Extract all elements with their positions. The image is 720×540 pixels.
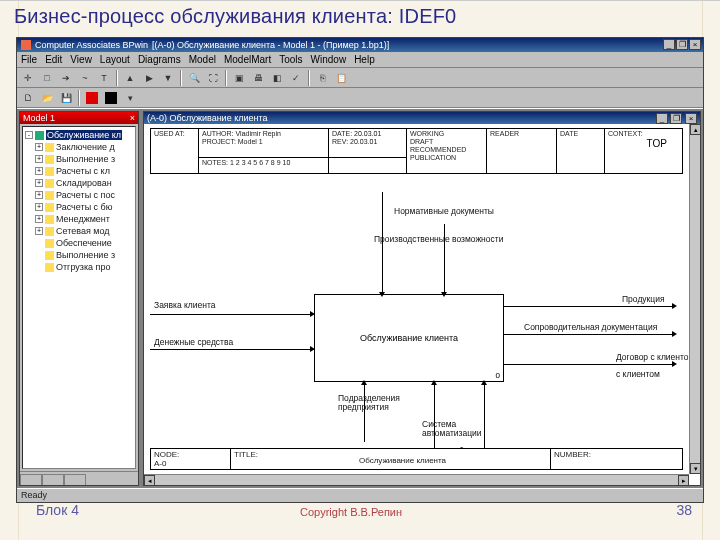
scrollbar-horizontal[interactable]: ◂ ▸	[144, 474, 689, 485]
book-icon	[35, 131, 44, 140]
arrowhead-down-icon	[441, 292, 447, 297]
tree-tab-3[interactable]	[64, 474, 86, 485]
statusbar: Ready	[17, 488, 703, 502]
expand-icon[interactable]: +	[35, 167, 43, 175]
nav-child[interactable]: ▼	[159, 69, 177, 86]
menu-tools[interactable]: Tools	[279, 54, 302, 65]
mdi-max-button[interactable]: ❐	[670, 113, 682, 124]
tree-item[interactable]: +Менеджмент	[25, 213, 133, 225]
nav-parent[interactable]: ▲	[121, 69, 139, 86]
minimize-button[interactable]: _	[663, 39, 675, 50]
collapse-icon[interactable]: -	[25, 131, 33, 139]
page-icon	[45, 251, 54, 260]
squiggle-tool[interactable]: ~	[76, 69, 94, 86]
arrow-line	[504, 334, 674, 335]
titlebar[interactable]: Computer Associates BPwin [(A-0) Обслужи…	[17, 38, 703, 52]
mech-label-1: Подразделения предприятия	[338, 394, 418, 412]
tree-item[interactable]: +Расчеты с пос	[25, 189, 133, 201]
output-label-1: Продукция	[622, 294, 665, 304]
paste-button[interactable]: 📋	[332, 69, 350, 86]
scroll-right-button[interactable]: ▸	[678, 475, 689, 486]
hdr-reader: READER	[487, 129, 557, 173]
save-button[interactable]: 💾	[57, 89, 75, 106]
zoom-fit[interactable]: ⛶	[204, 69, 222, 86]
pointer-tool[interactable]: ✛	[19, 69, 37, 86]
print-button[interactable]: 🖶	[249, 69, 267, 86]
menu-view[interactable]: View	[70, 54, 92, 65]
tree-item[interactable]: +Расчеты с кл	[25, 165, 133, 177]
menu-modelmart[interactable]: ModelMart	[224, 54, 271, 65]
tree-root[interactable]: - Обслуживание кл	[25, 129, 133, 141]
scroll-up-button[interactable]: ▴	[690, 124, 701, 135]
page-icon	[45, 155, 54, 164]
scroll-left-button[interactable]: ◂	[144, 475, 155, 486]
diagram-titlebar[interactable]: (A-0) Обслуживание клиента _ ❐ ×	[144, 112, 700, 124]
report-button[interactable]: ▣	[230, 69, 248, 86]
tree-item[interactable]: +Расчеты с бю	[25, 201, 133, 213]
menu-layout[interactable]: Layout	[100, 54, 130, 65]
expand-icon[interactable]: +	[35, 143, 43, 151]
diagram-canvas[interactable]: USED AT: AUTHOR: Vladimir Repin PROJECT:…	[144, 124, 689, 474]
page-icon	[45, 215, 54, 224]
tree-tab-2[interactable]	[42, 474, 64, 485]
ftr-number: NUMBER:	[551, 449, 682, 469]
copy-button[interactable]: ⎘	[313, 69, 331, 86]
tree-item[interactable]: +Выполнение з	[25, 153, 133, 165]
close-button[interactable]: ×	[689, 39, 701, 50]
menu-model[interactable]: Model	[189, 54, 216, 65]
idef-footer: NODE: A-0 TITLE: Обслуживание клиента NU…	[150, 448, 683, 470]
tree-item-label: Сетевая мод	[56, 226, 110, 236]
menu-file[interactable]: File	[21, 54, 37, 65]
expand-icon[interactable]: +	[35, 155, 43, 163]
color-dropdown[interactable]: ▾	[121, 89, 139, 106]
ftr-node-lbl: NODE:	[154, 450, 179, 459]
tree-item[interactable]: +Складирован	[25, 177, 133, 189]
tree-tab-1[interactable]	[20, 474, 42, 485]
page-icon	[45, 191, 54, 200]
titlebar-text-doc: [(A-0) Обслуживание клиента - Model 1 - …	[152, 40, 389, 50]
menu-help[interactable]: Help	[354, 54, 375, 65]
spell-button[interactable]: ✓	[287, 69, 305, 86]
tree-item[interactable]: +Сетевая мод	[25, 225, 133, 237]
page-icon	[45, 179, 54, 188]
mdi-close-button[interactable]: ×	[685, 113, 697, 124]
color-swatch-red[interactable]	[83, 89, 101, 106]
modelmart-button[interactable]: ◧	[268, 69, 286, 86]
tree-item[interactable]: Выполнение з	[25, 249, 133, 261]
tree-item[interactable]: +Заключение д	[25, 141, 133, 153]
activity-tool[interactable]: □	[38, 69, 56, 86]
nav-sibling[interactable]: ▶	[140, 69, 158, 86]
expand-icon[interactable]: +	[35, 203, 43, 211]
color-swatch-black[interactable]	[102, 89, 120, 106]
expand-icon[interactable]: +	[35, 227, 43, 235]
arrow-tool[interactable]: ➔	[57, 69, 75, 86]
scrollbar-vertical[interactable]: ▴ ▾	[689, 124, 700, 474]
zoom-tool[interactable]: 🔍	[185, 69, 203, 86]
mdi-min-button[interactable]: _	[656, 113, 668, 124]
maximize-button[interactable]: ❐	[676, 39, 688, 50]
open-button[interactable]: 📂	[38, 89, 56, 106]
slide-copyright: Copyright В.В.Репин	[300, 506, 402, 518]
scroll-down-button[interactable]: ▾	[690, 463, 701, 474]
hdr-author-col: AUTHOR: Vladimir Repin PROJECT: Model 1	[199, 129, 329, 173]
expand-icon[interactable]: +	[35, 215, 43, 223]
expand-icon[interactable]: +	[35, 179, 43, 187]
ftr-node: NODE: A-0	[151, 449, 231, 469]
tree-root-label: Обслуживание кл	[46, 130, 122, 140]
page-icon	[45, 143, 54, 152]
menu-window[interactable]: Window	[311, 54, 347, 65]
menu-diagrams[interactable]: Diagrams	[138, 54, 181, 65]
tree-close-icon[interactable]: ×	[130, 113, 135, 123]
tree-titlebar[interactable]: Model 1 ×	[20, 112, 138, 124]
tree-item[interactable]: Обеспечение	[25, 237, 133, 249]
tree-item[interactable]: Отгрузка про	[25, 261, 133, 273]
arrowhead-right-icon	[672, 331, 677, 337]
context-top-label: TOP	[647, 138, 667, 149]
text-tool[interactable]: T	[95, 69, 113, 86]
menu-edit[interactable]: Edit	[45, 54, 62, 65]
activity-box[interactable]: Обслуживание клиента 0	[314, 294, 504, 382]
new-button[interactable]: 🗋	[19, 89, 37, 106]
tree-body[interactable]: - Обслуживание кл +Заключение д +Выполне…	[22, 126, 136, 469]
page-icon	[45, 239, 54, 248]
expand-icon[interactable]: +	[35, 191, 43, 199]
